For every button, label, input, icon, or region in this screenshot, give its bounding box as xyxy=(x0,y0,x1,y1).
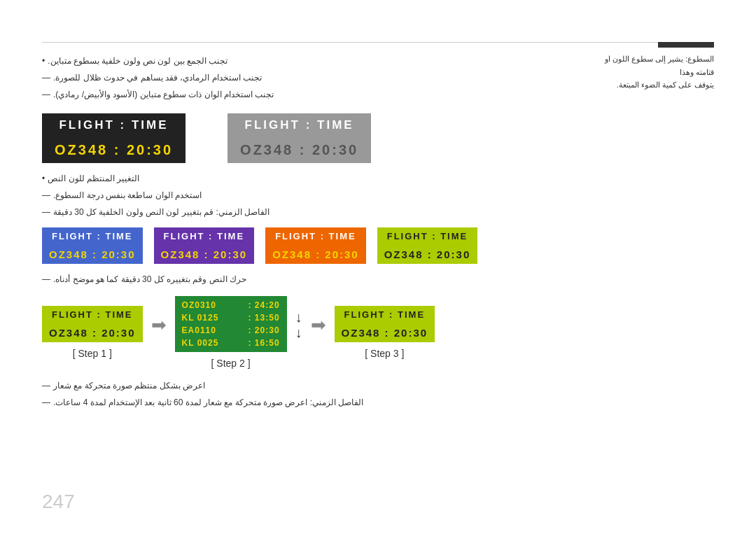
section2-text: التغيير المنتظم للون النص • استخدم الوان… xyxy=(42,170,588,220)
sec3-dash1-text: حرك النص وقم بتغييره كل 30 دقيقة كما هو … xyxy=(53,271,246,288)
sec4-dash2-text: الفاصل الزمني: اعرض صورة متحركة مع شعار … xyxy=(53,394,363,411)
top-divider xyxy=(42,42,714,43)
board-gray-header: FLIGHT : TIME xyxy=(227,113,371,137)
page-container: 247 السطوع: يشير إلى سطوع اللون او قتامت… xyxy=(0,0,756,534)
board-gray: FLIGHT : TIME OZ348 : 20:30 xyxy=(227,113,371,163)
board-black: FLIGHT : TIME OZ348 : 20:30 xyxy=(42,113,186,163)
step2-row2: KL 0125: 13:50 xyxy=(182,311,280,324)
section4-text: اعرض بشكل منتظم صورة متحركة مع شعار — ال… xyxy=(42,377,588,411)
board-orange-data: OZ348 : 20:30 xyxy=(265,245,366,264)
step2-row1: OZ0310: 24:20 xyxy=(182,299,280,311)
section1-text: تجنب الجمع بين لون نص ولون خلفية بسطوع م… xyxy=(42,52,588,103)
step2-container: OZ0310: 24:20 KL 0125: 13:50 EA0110: 20:… xyxy=(175,296,287,369)
board-gray-data-text: OZ348 : 20:30 xyxy=(240,142,358,158)
steps-section: FLIGHT : TIME OZ348 : 20:30 [ Step 1 ] ➡… xyxy=(42,296,588,369)
step1-board-header: FLIGHT : TIME xyxy=(42,306,143,323)
sec4-dash2: الفاصل الزمني: اعرض صورة متحركة مع شعار … xyxy=(42,394,588,411)
sec4-dash1: اعرض بشكل منتظم صورة متحركة مع شعار — xyxy=(42,377,588,394)
sec2-dash1-text: استخدم الوان ساطعة بنفس درجة السطوع. xyxy=(53,187,202,204)
board-blue-data: OZ348 : 20:30 xyxy=(42,245,143,264)
step3-container: FLIGHT : TIME OZ348 : 20:30 [ Step 3 ] xyxy=(335,306,435,359)
board-purple: FLIGHT : TIME OZ348 : 20:30 xyxy=(154,227,255,264)
small-boards-row: FLIGHT : TIME OZ348 : 20:30 FLIGHT : TIM… xyxy=(42,227,588,264)
bullet1-text: تجنب الجمع بين لون نص ولون خلفية بسطوع م… xyxy=(48,52,227,69)
scroll-arrows: ↓ ↓ xyxy=(295,310,302,355)
board-orange-header: FLIGHT : TIME xyxy=(265,227,366,245)
board-black-data: OZ348 : 20:30 xyxy=(42,137,186,163)
sec2-dash1: استخدم الوان ساطعة بنفس درجة السطوع. — xyxy=(42,187,588,204)
step3-label: [ Step 3 ] xyxy=(365,348,404,359)
board-black-header-text: FLIGHT : TIME xyxy=(59,118,168,132)
step3-board-header: FLIGHT : TIME xyxy=(335,306,435,323)
step2-row3: EA0110: 20:30 xyxy=(182,324,280,337)
sec2-dash2-text: الفاصل الزمني: قم بتغيير لون النص ولون ا… xyxy=(53,204,270,220)
sec3-dash1: حرك النص وقم بتغييره كل 30 دقيقة كما هو … xyxy=(42,271,588,288)
board-black-data-text: OZ348 : 20:30 xyxy=(55,142,173,158)
step3-board-data: OZ348 : 20:30 xyxy=(335,323,435,342)
sec2-bullet1-text: التغيير المنتظم للون النص xyxy=(48,170,139,187)
top-note-line2: يتوقف على كمية الضوء المبتعة. xyxy=(598,78,714,92)
board-purple-header: FLIGHT : TIME xyxy=(154,227,255,245)
section3-text: حرك النص وقم بتغييره كل 30 دقيقة كما هو … xyxy=(42,271,588,288)
arrow2: ➡ xyxy=(311,314,326,351)
dash2-text: تجنب استخدام الوان ذات سطوع متباين (الأس… xyxy=(53,86,274,103)
page-number: 247 xyxy=(42,491,75,513)
top-note-line1: السطوع: يشير إلى سطوع اللون او قتامته وه… xyxy=(598,52,714,78)
step1-board: FLIGHT : TIME OZ348 : 20:30 xyxy=(42,306,143,342)
step2-label: [ Step 2 ] xyxy=(211,358,251,369)
sec4-dash1-text: اعرض بشكل منتظم صورة متحركة مع شعار xyxy=(53,377,205,394)
arrow1: ➡ xyxy=(151,314,167,351)
step1-container: FLIGHT : TIME OZ348 : 20:30 [ Step 1 ] xyxy=(42,306,143,359)
board-black-header: FLIGHT : TIME xyxy=(42,113,186,137)
board-blue: FLIGHT : TIME OZ348 : 20:30 xyxy=(42,227,143,264)
board-green-yellow: FLIGHT : TIME OZ348 : 20:30 xyxy=(377,227,478,264)
board-purple-data: OZ348 : 20:30 xyxy=(154,245,255,264)
right-accent-bar xyxy=(658,42,714,48)
dash1: تجنب استخدام الرمادي، فقد يساهم في حدوث … xyxy=(42,69,588,86)
board-gray-data: OZ348 : 20:30 xyxy=(227,137,371,163)
bullet1: تجنب الجمع بين لون نص ولون خلفية بسطوع م… xyxy=(42,52,588,69)
step1-label: [ Step 1 ] xyxy=(73,348,112,359)
down-arrow2: ↓ xyxy=(295,325,302,339)
step2-board: OZ0310: 24:20 KL 0125: 13:50 EA0110: 20:… xyxy=(175,296,287,352)
board-orange: FLIGHT : TIME OZ348 : 20:30 xyxy=(265,227,366,264)
large-boards-section: FLIGHT : TIME OZ348 : 20:30 FLIGHT : TIM… xyxy=(42,113,588,163)
step3-board: FLIGHT : TIME OZ348 : 20:30 xyxy=(335,306,435,342)
board-green-yellow-header: FLIGHT : TIME xyxy=(377,227,478,245)
dash1-text: تجنب استخدام الرمادي، فقد يساهم في حدوث … xyxy=(53,69,262,86)
dash2: تجنب استخدام الوان ذات سطوع متباين (الأس… xyxy=(42,86,588,103)
step1-board-data: OZ348 : 20:30 xyxy=(42,323,143,342)
main-content: تجنب الجمع بين لون نص ولون خلفية بسطوع م… xyxy=(42,52,588,411)
board-gray-header-text: FLIGHT : TIME xyxy=(245,118,354,132)
step2-row4: KL 0025: 16:50 xyxy=(182,337,280,349)
board-blue-header: FLIGHT : TIME xyxy=(42,227,143,245)
down-arrow1: ↓ xyxy=(295,310,302,324)
sec2-dash2: الفاصل الزمني: قم بتغيير لون النص ولون ا… xyxy=(42,204,588,220)
top-right-note: السطوع: يشير إلى سطوع اللون او قتامته وه… xyxy=(598,52,714,92)
board-green-yellow-data: OZ348 : 20:30 xyxy=(377,245,478,264)
sec2-bullet1: التغيير المنتظم للون النص • xyxy=(42,170,588,187)
